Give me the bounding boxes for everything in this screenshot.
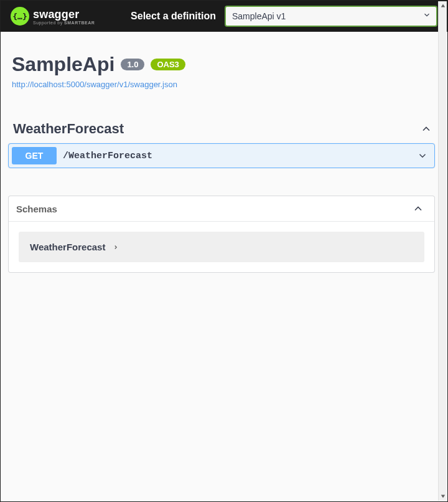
oas-badge: OAS3 xyxy=(151,59,185,70)
swagger-icon: {…} xyxy=(11,7,29,26)
scroll-down-arrow-icon[interactable] xyxy=(439,492,447,501)
api-title: SampleApi xyxy=(12,53,114,76)
http-method-badge: GET xyxy=(12,147,57,164)
topbar: {…} swagger Supported by SMARTBEAR Selec… xyxy=(1,1,447,32)
main-wrapper: SampleApi 1.0 OAS3 http://localhost:5000… xyxy=(1,32,447,285)
svg-marker-0 xyxy=(441,4,445,7)
operation-block: GET /WeatherForecast xyxy=(8,143,435,168)
operation-summary[interactable]: GET /WeatherForecast xyxy=(9,144,434,168)
schemas-section: Schemas WeatherForecast xyxy=(8,196,435,273)
chevron-down-icon xyxy=(417,150,428,161)
swagger-logo-text-block: swagger Supported by SMARTBEAR xyxy=(33,8,95,25)
swagger-logo[interactable]: {…} swagger Supported by SMARTBEAR xyxy=(11,7,95,26)
tag-section: WeatherForecast GET /WeatherForecast xyxy=(8,117,435,168)
api-title-row: SampleApi 1.0 OAS3 xyxy=(12,53,435,76)
chevron-right-icon xyxy=(113,244,119,250)
tag-header[interactable]: WeatherForecast xyxy=(8,117,435,143)
schemas-header[interactable]: Schemas xyxy=(9,196,434,222)
select-definition-label: Select a definition xyxy=(131,11,216,22)
chevron-up-icon xyxy=(412,202,424,215)
definition-select[interactable]: SampleApi v1 xyxy=(225,6,437,27)
tag-name: WeatherForecast xyxy=(13,121,420,137)
swagger-supported-by: Supported by SMARTBEAR xyxy=(33,21,95,25)
scrollbar[interactable] xyxy=(438,1,447,501)
operation-path: /WeatherForecast xyxy=(63,151,417,161)
model-row[interactable]: WeatherForecast xyxy=(19,232,424,262)
scroll-up-arrow-icon[interactable] xyxy=(439,1,447,10)
schemas-body: WeatherForecast xyxy=(9,222,434,272)
model-name: WeatherForecast xyxy=(30,242,105,252)
definition-select-wrap: SampleApi v1 xyxy=(225,6,437,27)
chevron-up-icon xyxy=(420,123,432,135)
swagger-wordmark: swagger xyxy=(33,8,95,21)
svg-marker-1 xyxy=(441,495,445,498)
api-info: SampleApi 1.0 OAS3 http://localhost:5000… xyxy=(12,53,435,90)
swagger-json-link[interactable]: http://localhost:5000/swagger/v1/swagger… xyxy=(12,80,177,89)
version-badge: 1.0 xyxy=(121,59,144,70)
schemas-title: Schemas xyxy=(16,204,412,214)
